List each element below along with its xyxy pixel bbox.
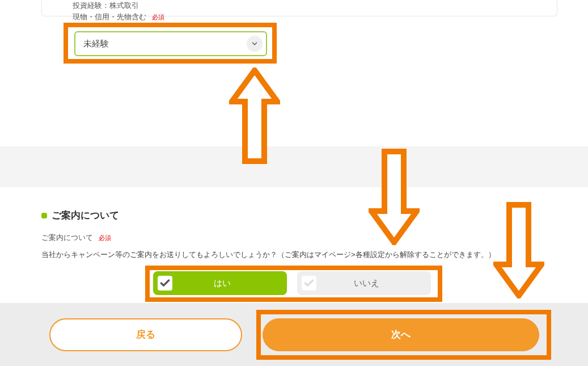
back-button-label: 戻る [136, 328, 155, 341]
yes-no-group: はい いいえ [153, 271, 431, 295]
arrow-down-icon-2 [493, 202, 544, 298]
experience-label: 投資経験：株式取引 現物・信用・先物含む 必須 [73, 0, 164, 22]
footer-bar: 戻る 次へ [0, 303, 588, 366]
required-badge-2: 必須 [99, 234, 111, 241]
bullet-icon [41, 213, 47, 218]
info-sub-label: ご案内について 必須 [41, 233, 111, 243]
experience-dropdown[interactable]: 未経験 [74, 31, 267, 56]
experience-label-line2: 現物・信用・先物含む [73, 12, 146, 21]
info-section-heading: ご案内について [41, 209, 119, 222]
check-icon-unchecked [302, 276, 316, 291]
choice-yes-label: はい [177, 278, 287, 289]
experience-dropdown-value: 未経験 [83, 39, 109, 49]
info-description: 当社からキャンペーン等のご案内をお送りしてもよろしいでしょうか？（ご案内はマイペ… [41, 250, 496, 260]
chevron-down-icon [247, 36, 263, 52]
info-sub-label-text: ご案内について [41, 233, 93, 242]
separator-strip [0, 146, 588, 187]
back-button[interactable]: 戻る [49, 318, 242, 351]
arrow-up-icon [229, 68, 280, 164]
experience-dropdown-wrap: 未経験 [74, 31, 267, 56]
next-button[interactable]: 次へ [263, 318, 539, 351]
next-button-label: 次へ [391, 328, 411, 341]
choice-no-label: いいえ [321, 278, 431, 289]
required-badge: 必須 [152, 14, 164, 20]
arrow-down-icon-1 [369, 149, 420, 245]
check-icon [158, 276, 172, 291]
choice-yes[interactable]: はい [153, 271, 287, 295]
experience-label-line1: 投資経験：株式取引 [73, 1, 139, 10]
info-heading-text: ご案内について [52, 209, 119, 222]
form-card: 投資経験：株式取引 現物・信用・先物含む 必須 [41, 0, 557, 16]
choice-no[interactable]: いいえ [297, 271, 431, 295]
